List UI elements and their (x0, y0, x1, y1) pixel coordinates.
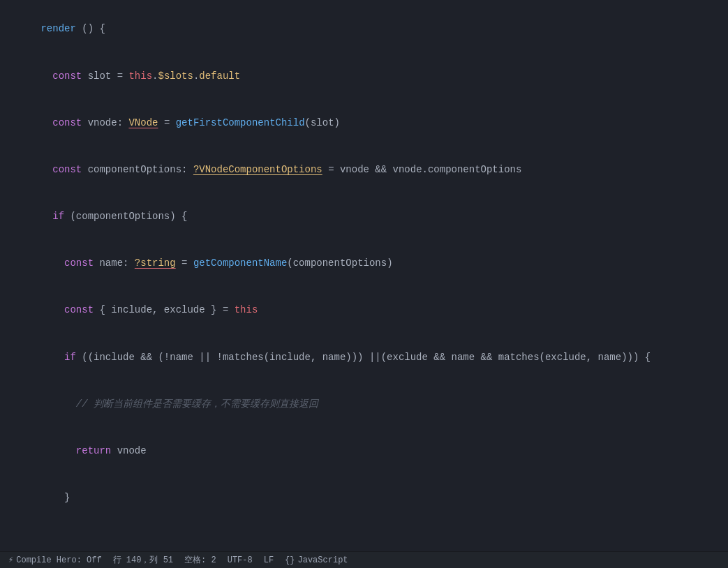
spaces-text: 空格: 2 (184, 554, 216, 566)
status-spaces: 空格: 2 (184, 554, 216, 566)
code-line: return vnode (0, 428, 728, 474)
code-line: const vnode: VNode = getFirstComponentCh… (0, 99, 728, 146)
status-bar: ⚡ Compile Hero: Off 行 140，列 51 空格: 2 UTF… (0, 551, 728, 568)
code-line: } (0, 474, 728, 521)
status-encoding: UTF-8 (228, 555, 253, 565)
code-line (0, 521, 728, 537)
code-line: if (componentOptions) { (0, 193, 728, 240)
code-line: if ((include && (!name || !matches(inclu… (0, 334, 728, 380)
code-line: const name: ?string = getComponentName(c… (0, 240, 728, 287)
code-line: render () { (0, 6, 728, 52)
line-ending-text: LF (264, 555, 274, 565)
code-line: const slot = this.$slots.default (0, 52, 728, 99)
code-token: render (40, 23, 75, 34)
encoding-text: UTF-8 (228, 555, 253, 565)
compile-hero-text: Compile Hero: Off (16, 555, 101, 565)
code-line: const componentOptions: ?VNodeComponentO… (0, 147, 728, 193)
line-col-text: 行 140，列 51 (113, 554, 173, 566)
status-language: {} JavaScript (285, 555, 348, 565)
compile-hero-icon: ⚡ (8, 555, 13, 565)
status-line-col: 行 140，列 51 (113, 554, 173, 566)
code-token: () { (76, 23, 105, 34)
language-text: JavaScript (298, 555, 348, 565)
status-line-ending: LF (264, 555, 274, 565)
code-line: const { cache, keys } = this (0, 537, 728, 551)
code-editor: render () { const slot = this.$slots.def… (0, 0, 728, 551)
code-line: const { include, exclude } = this (0, 287, 728, 334)
language-icon: {} (285, 555, 295, 565)
code-line: // 判断当前组件是否需要缓存，不需要缓存则直接返回 (0, 380, 728, 427)
status-compile-hero: ⚡ Compile Hero: Off (8, 555, 102, 565)
